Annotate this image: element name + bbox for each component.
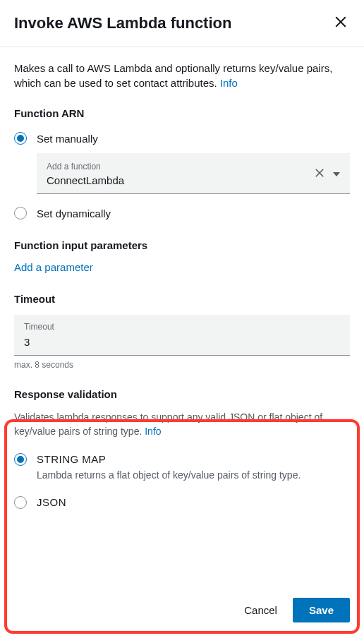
radio-button-dynamic[interactable] (14, 207, 27, 219)
radio-label-json: JSON (37, 496, 66, 508)
panel-body: Makes a call to AWS Lambda and optionall… (0, 47, 364, 586)
response-info-link[interactable]: Info (145, 426, 161, 437)
caret-down-icon (333, 172, 340, 176)
panel-header: Invoke AWS Lambda function (0, 0, 364, 47)
radio-button-manual[interactable] (14, 132, 27, 145)
panel-title: Invoke AWS Lambda function (14, 14, 231, 32)
close-button[interactable] (332, 13, 350, 33)
panel-description: Makes a call to AWS Lambda and optionall… (14, 61, 350, 90)
function-arn-radio-group: Set manually Add a function ConnectLambd… (14, 129, 350, 222)
cancel-button[interactable]: Cancel (241, 598, 280, 622)
dropdown-toggle-button[interactable] (333, 172, 340, 176)
response-validation-section: Response validation Validates lambda res… (14, 384, 350, 509)
radio-set-manually[interactable]: Set manually (14, 129, 350, 148)
close-icon (334, 16, 347, 30)
radio-sub-string-map: Lambda returns a flat object of key/valu… (37, 469, 301, 481)
string-map-content: STRING MAP Lambda returns a flat object … (37, 453, 301, 489)
clear-function-button[interactable] (315, 168, 324, 180)
response-validation-description: Validates lambda responses to support an… (14, 410, 350, 439)
input-params-label: Function input parameters (14, 239, 350, 251)
function-dropdown[interactable]: Add a function ConnectLambda (37, 153, 350, 194)
description-text: Makes a call to AWS Lambda and optionall… (14, 62, 332, 89)
add-parameter-link[interactable]: Add a parameter (14, 261, 93, 273)
radio-label-dynamic: Set dynamically (37, 207, 111, 219)
clear-icon (315, 168, 324, 180)
radio-json[interactable]: JSON (14, 496, 350, 509)
timeout-field-label: Timeout (24, 322, 340, 332)
function-dropdown-label: Add a function (47, 162, 124, 171)
function-dropdown-actions (315, 168, 340, 180)
timeout-hint: max. 8 seconds (14, 360, 350, 370)
response-validation-description-text: Validates lambda responses to support an… (14, 411, 322, 437)
function-dropdown-text: Add a function ConnectLambda (47, 162, 124, 186)
radio-set-dynamically[interactable]: Set dynamically (14, 204, 350, 222)
function-dropdown-value: ConnectLambda (47, 174, 124, 186)
json-content: JSON (37, 496, 66, 508)
radio-button-string-map[interactable] (14, 453, 27, 466)
function-arn-label: Function ARN (14, 107, 350, 119)
radio-label-manual: Set manually (37, 133, 98, 145)
timeout-input[interactable]: Timeout 3 (14, 315, 350, 356)
timeout-value: 3 (24, 336, 340, 348)
response-validation-label: Response validation (14, 388, 350, 400)
timeout-section-label: Timeout (14, 293, 350, 305)
radio-label-string-map: STRING MAP (37, 453, 301, 465)
lambda-config-panel: Invoke AWS Lambda function Makes a call … (0, 0, 364, 638)
radio-button-json[interactable] (14, 496, 27, 509)
radio-string-map[interactable]: STRING MAP Lambda returns a flat object … (14, 453, 350, 489)
save-button[interactable]: Save (293, 598, 350, 622)
info-link[interactable]: Info (220, 77, 238, 89)
panel-footer: Cancel Save (0, 586, 364, 638)
